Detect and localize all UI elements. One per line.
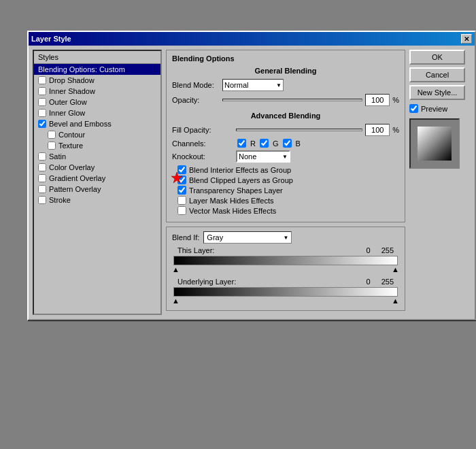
blend-if-dropdown[interactable]: Gray ▼	[203, 231, 292, 244]
sidebar-item-outer-glow[interactable]: Outer Glow	[34, 97, 160, 107]
ok-button[interactable]: OK	[409, 50, 465, 65]
sidebar-item-contour[interactable]: Contour	[34, 129, 160, 140]
outer-glow-checkbox[interactable]	[38, 98, 46, 106]
this-layer-slider-arrows: ▲ ▲	[172, 265, 399, 273]
vector-mask-checkbox[interactable]	[177, 206, 186, 215]
underlying-layer-left-arrow-icon[interactable]: ▲	[172, 297, 180, 305]
this-layer-header: This Layer: 0 255	[172, 246, 399, 254]
knockout-row: Knockout: None ▼	[172, 150, 399, 163]
cancel-button[interactable]: Cancel	[409, 67, 465, 82]
layer-style-dialog: Layer Style ✕ Styles Blending Options: C…	[27, 31, 476, 320]
blending-options-active-item[interactable]: Blending Options: Custom	[34, 64, 160, 75]
dialog-title: Layer Style	[31, 35, 71, 43]
layer-mask-checkbox[interactable]	[177, 196, 186, 205]
opacity-percent: %	[392, 96, 399, 104]
preview-checkbox[interactable]	[409, 104, 418, 113]
blend-interior-row: Blend Interior Effects as Group	[177, 165, 399, 174]
blend-clipped-checkbox[interactable]	[177, 176, 186, 184]
blend-interior-label: Blend Interior Effects as Group	[189, 166, 291, 174]
underlying-layer-label: Underlying Layer:	[177, 278, 367, 286]
styles-header: Styles	[34, 51, 160, 64]
blend-mode-arrow-icon: ▼	[276, 82, 282, 88]
fill-opacity-row: Fill Opacity: 100 %	[172, 124, 399, 136]
blending-options-label: Blending Options: Custom	[38, 65, 125, 73]
blend-clipped-label: Blend Clipped Layers as Group	[189, 176, 293, 184]
gradient-overlay-checkbox[interactable]	[38, 174, 46, 182]
opacity-row: Opacity: 100 %	[172, 94, 399, 106]
sidebar-item-pattern-overlay[interactable]: Pattern Overlay	[34, 184, 160, 195]
stroke-checkbox[interactable]	[38, 196, 46, 204]
blend-mode-dropdown[interactable]: Normal ▼	[222, 79, 284, 91]
this-layer-section: This Layer: 0 255 ▲ ▲	[172, 246, 399, 273]
opacity-slider[interactable]	[222, 99, 362, 101]
blend-interior-checkbox[interactable]	[177, 165, 186, 174]
sidebar-item-inner-shadow[interactable]: Inner Shadow	[34, 86, 160, 97]
vector-mask-row: Vector Mask Hides Effects	[177, 206, 399, 215]
contour-label: Contour	[58, 131, 85, 139]
inner-shadow-checkbox[interactable]	[38, 87, 46, 95]
layer-mask-label: Layer Mask Hides Effects	[189, 197, 274, 205]
underlying-layer-right-arrow-icon[interactable]: ▲	[392, 297, 399, 305]
gradient-overlay-label: Gradient Overlay	[49, 174, 105, 182]
blend-if-label: Blend If:	[172, 233, 199, 242]
sidebar-item-stroke[interactable]: Stroke	[34, 195, 160, 205]
underlying-layer-max: 255	[381, 278, 394, 286]
this-layer-right-arrow-icon[interactable]: ▲	[392, 265, 399, 273]
fill-opacity-value[interactable]: 100	[365, 124, 390, 136]
fill-opacity-percent: %	[392, 126, 399, 134]
channels-label: Channels:	[172, 139, 233, 148]
fill-opacity-slider[interactable]	[236, 129, 362, 131]
this-layer-left-arrow-icon[interactable]: ▲	[172, 265, 180, 273]
left-panel: Styles Blending Options: Custom Drop Sha…	[33, 50, 162, 315]
bevel-emboss-checkbox[interactable]	[38, 120, 46, 128]
channel-b-checkbox[interactable]	[283, 139, 292, 148]
sidebar-item-texture[interactable]: Texture	[34, 140, 160, 151]
styles-label: Styles	[38, 53, 58, 61]
layer-mask-row: Layer Mask Hides Effects	[177, 196, 399, 205]
sidebar-item-color-overlay[interactable]: Color Overlay	[34, 162, 160, 173]
this-layer-gradient-track	[173, 256, 398, 265]
advanced-blending-section: Advanced Blending Fill Opacity: 100 % Ch…	[172, 112, 399, 215]
channel-r-checkbox[interactable]	[237, 139, 246, 148]
color-overlay-checkbox[interactable]	[38, 163, 46, 171]
stroke-label: Stroke	[49, 196, 71, 204]
satin-checkbox[interactable]	[38, 152, 46, 161]
knockout-dropdown[interactable]: None ▼	[236, 150, 290, 163]
underlying-layer-slider-arrows: ▲ ▲	[172, 297, 399, 305]
new-style-button[interactable]: New Style...	[409, 85, 465, 100]
underlying-layer-gradient-track	[173, 287, 398, 297]
channel-g-checkbox[interactable]	[260, 139, 269, 148]
pattern-overlay-checkbox[interactable]	[38, 185, 46, 193]
blend-if-section: Blend If: Gray ▼ This Layer: 0 255	[166, 227, 405, 311]
outer-glow-label: Outer Glow	[49, 98, 87, 106]
this-layer-label: This Layer:	[177, 246, 367, 254]
contour-checkbox[interactable]	[48, 131, 56, 139]
right-panel: OK Cancel New Style... Preview	[409, 50, 471, 315]
sidebar-item-gradient-overlay[interactable]: Gradient Overlay	[34, 173, 160, 184]
blend-if-arrow-icon: ▼	[283, 235, 288, 241]
close-button[interactable]: ✕	[461, 34, 472, 44]
blend-mode-label: Blend Mode:	[172, 81, 220, 89]
transparency-shapes-label: Transparency Shapes Layer	[189, 186, 283, 195]
knockout-arrow-icon: ▼	[282, 154, 288, 160]
blending-options-section: Blending Options General Blending Blend …	[166, 50, 405, 222]
sidebar-item-drop-shadow[interactable]: Drop Shadow	[34, 75, 160, 86]
sidebar-item-satin[interactable]: Satin	[34, 151, 160, 162]
blend-if-value: Gray	[207, 233, 223, 242]
preview-box	[409, 118, 460, 169]
inner-glow-label: Inner Glow	[49, 109, 85, 117]
texture-checkbox[interactable]	[48, 142, 56, 150]
drop-shadow-checkbox[interactable]	[38, 76, 46, 84]
blend-mode-row: Blend Mode: Normal ▼	[172, 79, 399, 91]
transparency-shapes-checkbox[interactable]	[177, 186, 186, 195]
fill-opacity-label: Fill Opacity:	[172, 126, 233, 134]
sidebar-item-inner-glow[interactable]: Inner Glow	[34, 107, 160, 118]
knockout-value: None	[239, 152, 256, 161]
transparency-shapes-row: Transparency Shapes Layer	[177, 186, 399, 195]
opacity-label: Opacity:	[172, 96, 220, 104]
sidebar-item-bevel-emboss[interactable]: Bevel and Emboss	[34, 118, 160, 129]
section-title: Blending Options	[172, 54, 399, 63]
opacity-value[interactable]: 100	[365, 94, 390, 106]
inner-glow-checkbox[interactable]	[38, 109, 46, 117]
preview-label: Preview	[421, 105, 447, 113]
